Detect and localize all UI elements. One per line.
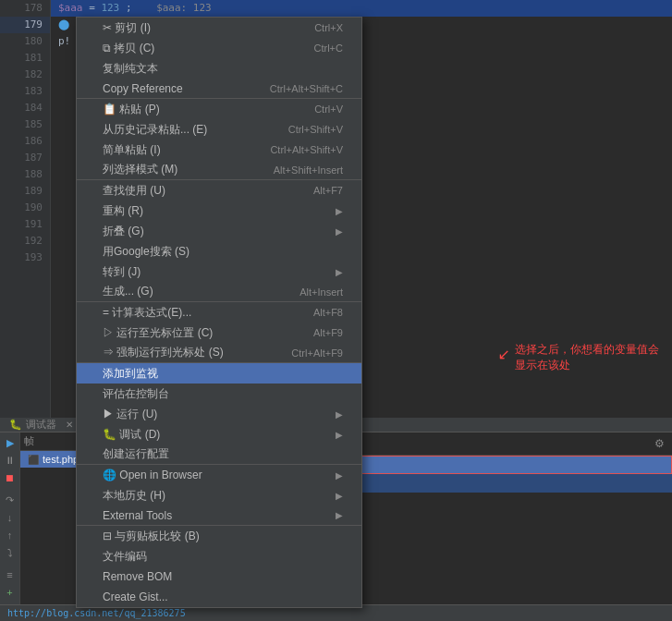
line-num-182: 182: [0, 67, 50, 83]
menu-file-encoding[interactable]: 文件编码: [77, 546, 361, 566]
context-menu[interactable]: ✂ 剪切 (I) Ctrl+X ⧉ 拷贝 (C) Ctrl+C 复制纯文本 Co…: [76, 17, 362, 608]
menu-create-config[interactable]: 创建运行配置: [77, 444, 361, 465]
line-num-184: 184: [0, 100, 50, 116]
line-num-180: 180: [0, 33, 50, 50]
line-num-188: 188: [0, 166, 50, 183]
line-num-185: 185: [0, 116, 50, 133]
menu-local-history[interactable]: 本地历史 (H) ▶: [77, 485, 361, 505]
resume-icon[interactable]: ▶: [2, 434, 18, 451]
menu-paste-history[interactable]: 从历史记录粘贴... (E) Ctrl+Shift+V: [77, 119, 361, 140]
menu-external-tools[interactable]: External Tools ▶: [77, 505, 361, 526]
debug-toolbar: ▶ ⏸ ⏹ ↷ ↓ ↑ ⤵ ≡ + − ⚙ ☰: [0, 432, 20, 621]
add-watch-icon[interactable]: +: [2, 584, 18, 601]
line-num-191: 191: [0, 216, 50, 233]
menu-refactor[interactable]: 重构 (R) ▶: [77, 201, 361, 221]
line-num-192: 192: [0, 233, 50, 250]
menu-simple-paste[interactable]: 简单粘贴 (I) Ctrl+Alt+Shift+V: [77, 140, 361, 160]
menu-google[interactable]: 用Google搜索 (S): [77, 241, 361, 262]
line-num-178: 178: [0, 0, 50, 17]
menu-cut[interactable]: ✂ 剪切 (I) Ctrl+X: [77, 18, 361, 38]
menu-evaluate-console[interactable]: 评估在控制台: [77, 384, 361, 404]
menu-generate[interactable]: 生成... (G) Alt+Insert: [77, 282, 361, 302]
menu-run[interactable]: ▶ 运行 (U) ▶: [77, 404, 361, 424]
annotation-text: 选择之后，你想看的变量值会显示在该处: [515, 343, 659, 371]
line-num-189: 189: [0, 183, 50, 200]
menu-run-to-cursor[interactable]: ▷ 运行至光标位置 (C) Alt+F9: [77, 323, 361, 343]
code-line-178: $aaa = 123 ; $aaa: 123: [51, 0, 672, 17]
line-num-193: 193: [0, 250, 50, 266]
line-num-187: 187: [0, 150, 50, 166]
annotation-box: 选择之后，你想看的变量值会显示在该处: [515, 342, 663, 373]
menu-compare-clipboard[interactable]: ⊟ 与剪贴板比较 (B): [77, 526, 361, 546]
menu-goto[interactable]: 转到 (J) ▶: [77, 262, 361, 282]
pause-icon[interactable]: ⏸: [2, 452, 18, 469]
step-out-icon[interactable]: ↑: [2, 527, 18, 543]
menu-debug[interactable]: 🐛 调试 (D) ▶: [77, 424, 361, 444]
menu-column-select[interactable]: 列选择模式 (M) Alt+Shift+Insert: [77, 160, 361, 180]
menu-open-browser[interactable]: 🌐 Open in Browser ▶: [77, 465, 361, 485]
line-num-181: 181: [0, 50, 50, 67]
line-num-190: 190: [0, 200, 50, 216]
menu-copy-ref[interactable]: Copy Reference Ctrl+Alt+Shift+C: [77, 79, 361, 99]
evaluate-expr-icon[interactable]: ≡: [2, 566, 18, 583]
run-to-cursor-icon[interactable]: ⤵: [2, 544, 18, 561]
stop-icon[interactable]: ⏹: [2, 469, 18, 486]
menu-remove-bom[interactable]: Remove BOM: [77, 566, 361, 587]
debugger-tab[interactable]: 🐛 调试器 ✕: [0, 418, 83, 432]
step-into-icon[interactable]: ↓: [2, 509, 18, 526]
menu-find-usage[interactable]: 查找使用 (U) Alt+F7: [77, 180, 361, 201]
line-num-186: 186: [0, 133, 50, 150]
line-num-179: 179: [0, 17, 50, 33]
menu-paste[interactable]: 📋 粘贴 (P) Ctrl+V: [77, 99, 361, 119]
menu-add-watch[interactable]: 添加到监视: [77, 363, 361, 384]
var-settings-btn[interactable]: ⚙: [650, 434, 668, 453]
menu-copy-plain[interactable]: 复制纯文本: [77, 58, 361, 79]
annotation-arrow: ↗: [498, 347, 510, 364]
menu-fold[interactable]: 折叠 (G) ▶: [77, 221, 361, 241]
step-over-icon[interactable]: ↷: [2, 492, 18, 508]
url-text: http://blog.csdn.net/qq_21386275: [7, 608, 186, 618]
menu-copy[interactable]: ⧉ 拷贝 (C) Ctrl+C: [77, 38, 361, 58]
menu-force-run[interactable]: ⇒ 强制运行到光标处 (S) Ctrl+Alt+F9: [77, 343, 361, 363]
menu-calc-expr[interactable]: = 计算表达式(E)... Alt+F8: [77, 302, 361, 323]
line-num-183: 183: [0, 83, 50, 100]
menu-create-gist[interactable]: Create Gist...: [77, 587, 361, 607]
